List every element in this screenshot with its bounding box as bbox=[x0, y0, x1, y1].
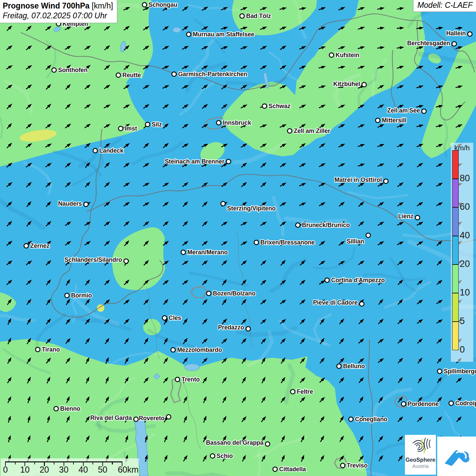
city-label: Zell am Ziller bbox=[294, 128, 330, 134]
city-dot bbox=[415, 216, 420, 220]
city-dot bbox=[362, 83, 367, 87]
city-dot bbox=[366, 233, 371, 238]
city-dot bbox=[210, 454, 215, 458]
lake-staffelsee bbox=[173, 27, 181, 33]
scalebar-tick bbox=[92, 461, 93, 464]
city-dot bbox=[54, 407, 58, 411]
title-parameter: Prognose Wind 700hPa bbox=[3, 1, 89, 10]
city-label: Silz bbox=[152, 121, 162, 128]
legend-color-step bbox=[452, 265, 459, 293]
city-dot bbox=[65, 293, 69, 298]
scalebar-label: 20 bbox=[39, 465, 49, 475]
city-dot bbox=[246, 327, 251, 331]
city-label: Imst bbox=[125, 125, 137, 132]
city-label: Riva del Garda bbox=[90, 414, 132, 421]
city-label: Bormio bbox=[71, 292, 92, 299]
city-dot bbox=[240, 14, 244, 18]
city-dot bbox=[146, 122, 150, 127]
city-label: Kufstein bbox=[336, 52, 359, 58]
city-dot bbox=[124, 259, 129, 264]
city-dot bbox=[116, 73, 121, 78]
city-dot bbox=[52, 68, 56, 72]
city-dot bbox=[24, 244, 29, 248]
city-label: Schio bbox=[217, 453, 233, 459]
legend-tick-label: 40 bbox=[460, 230, 470, 241]
city-label: Spilimbergo bbox=[444, 368, 476, 375]
lake-caldonazzo bbox=[185, 364, 200, 371]
city-dot bbox=[273, 467, 277, 472]
city-dot bbox=[36, 347, 40, 352]
city-dot bbox=[221, 202, 225, 206]
city-dot bbox=[384, 179, 388, 184]
scalebar-label: 10 bbox=[20, 465, 30, 475]
city-label: Feltre bbox=[297, 388, 313, 395]
title-box: Prognose Wind 700hPa [km/h] Freitag, 07.… bbox=[0, 0, 117, 23]
geosphere-logo: GeoSphere Austria bbox=[405, 435, 436, 475]
city-label: Conegliano bbox=[355, 416, 387, 423]
legend-color-step bbox=[452, 207, 459, 236]
city-label: Bassano del Grappa bbox=[206, 439, 264, 446]
city-label: Bad Tölz bbox=[246, 13, 271, 19]
city-dot bbox=[288, 129, 292, 133]
geosphere-country: Austria bbox=[405, 463, 436, 469]
city-label: Sillian bbox=[346, 238, 364, 245]
legend-tick-label: 60 bbox=[460, 202, 470, 212]
scalebar-label: 60km bbox=[118, 465, 138, 475]
city-dot bbox=[296, 223, 300, 227]
city-label: Brixen/Bressanone bbox=[260, 239, 315, 246]
map-title: Prognose Wind 700hPa [km/h] bbox=[3, 1, 113, 11]
city-label: Trento bbox=[182, 376, 200, 383]
city-dot bbox=[175, 377, 180, 382]
city-label: Belluno bbox=[343, 363, 365, 370]
city-dot bbox=[376, 118, 380, 123]
city-dot bbox=[266, 442, 270, 446]
city-dot bbox=[262, 104, 267, 108]
city-dot bbox=[438, 369, 442, 374]
city-label: Predazzo bbox=[218, 324, 244, 331]
distance-scalebar: 0102030405060km bbox=[1, 458, 139, 476]
city-label: Bozen/Bolzano bbox=[213, 290, 255, 297]
city-label: Hallein bbox=[446, 30, 466, 37]
city-dot bbox=[142, 3, 147, 7]
city-label: Sterzing/Vipiteno bbox=[227, 205, 276, 212]
model-label: Modell: C-LAEF bbox=[413, 0, 476, 12]
city-dot bbox=[181, 250, 186, 255]
wind-speed-legend: km/h 806040201050 bbox=[451, 143, 473, 362]
city-dot bbox=[360, 302, 364, 306]
city-label: Garmisch-Partenkirchen bbox=[178, 71, 247, 78]
city-label: Kitzbühel bbox=[333, 81, 360, 87]
scalebar-tick bbox=[73, 461, 74, 464]
city-dot bbox=[134, 417, 138, 422]
city-dot bbox=[468, 32, 472, 36]
city-label: Schongau bbox=[149, 1, 177, 8]
legend-color-step bbox=[452, 293, 459, 322]
scalebar-tick bbox=[112, 461, 113, 464]
valid-time: Freitag, 07.02.2025 07:00 Uhr bbox=[3, 11, 113, 20]
weather-map-product: SchongauBad TölzKemptenMurnau am Staffel… bbox=[0, 0, 476, 476]
city-label: Murnau am Staffelsee bbox=[193, 31, 254, 38]
city-dot bbox=[163, 316, 167, 320]
city-label: Schlanders/Silandro bbox=[65, 256, 122, 263]
city-dot bbox=[452, 42, 457, 46]
city-dot bbox=[449, 401, 454, 406]
city-label: Sonthofen bbox=[58, 67, 88, 73]
city-dot bbox=[349, 417, 353, 422]
legend-color-step bbox=[452, 150, 459, 179]
city-label: Codroipo bbox=[455, 400, 476, 407]
city-dot bbox=[329, 53, 334, 57]
city-dot bbox=[325, 278, 329, 283]
city-label: Pieve di Cadore bbox=[313, 299, 358, 306]
city-label: Cortina d'Ampezzo bbox=[331, 277, 385, 284]
city-dot bbox=[217, 121, 221, 125]
city-label: Zernez bbox=[30, 242, 50, 249]
city-label: Nauders bbox=[58, 200, 82, 207]
city-label: Mezzolombardo bbox=[177, 346, 222, 353]
city-label: Lienz bbox=[398, 213, 413, 220]
city-label: Matrei in Osttirol bbox=[335, 176, 382, 183]
city-label: Schwaz bbox=[269, 103, 290, 109]
title-unit: [km/h] bbox=[89, 1, 113, 10]
scalebar-tick bbox=[34, 461, 35, 464]
city-label: Bienno bbox=[60, 405, 80, 412]
city-dot bbox=[167, 415, 171, 419]
city-dot bbox=[337, 364, 341, 369]
